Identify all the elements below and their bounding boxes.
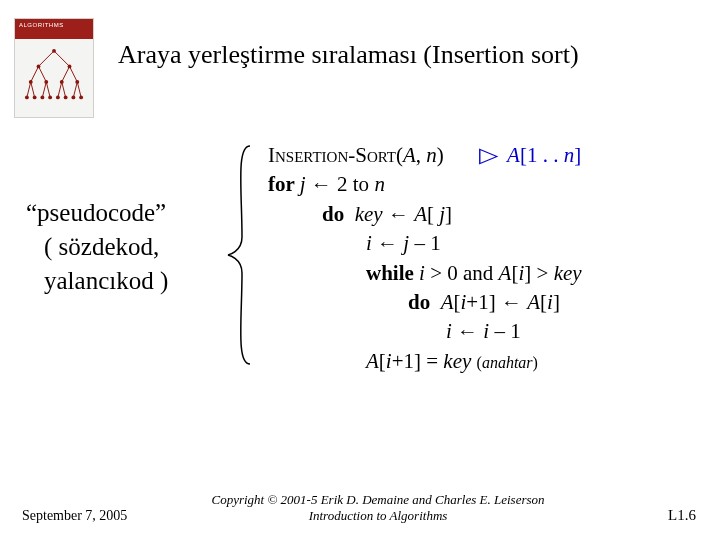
p1b: +1 [392,349,414,373]
cover-tree-icon [23,47,85,109]
annotation: ▷ A[1 . . n] [481,143,582,167]
br-o3: [ [540,290,547,314]
paren-open: ( [396,143,403,167]
arrow3: ← [372,231,404,255]
svg-line-3 [39,66,47,82]
svg-point-21 [25,95,29,99]
svg-line-11 [62,82,66,98]
br-c3: ] [553,290,560,314]
svg-line-6 [27,82,31,98]
arrow2: ← [383,202,415,226]
arg-n: n [426,143,437,167]
arrow: ← [306,172,338,196]
br-j-open: [ [427,202,439,226]
footer-copyright: Copyright © 2001-5 Erik D. Demaine and C… [208,492,548,525]
svg-point-15 [37,64,41,68]
algo-header: Insertion-Sort(A, n) ▷ A[1 . . n] [268,140,582,170]
br-o4: [ [379,349,386,373]
comma: , [416,143,427,167]
algorithm-block: Insertion-Sort(A, n) ▷ A[1 . . n] for j … [268,140,582,376]
svg-point-25 [56,95,60,99]
copy-line2: Introduction to Algorithms [208,508,548,524]
Aip1: A [441,290,454,314]
two-to: 2 to [337,172,374,196]
arrow4: ← [496,290,528,314]
var-n: n [374,172,385,196]
curly-brace-icon [222,142,258,368]
kw-for: for [268,172,300,196]
line-for: for j ← 2 to n [268,170,582,199]
svg-line-2 [31,66,39,82]
svg-line-13 [77,82,81,98]
svg-line-4 [62,66,70,82]
var-key: key [355,202,383,226]
label-line2: ( sözdekod, [26,230,226,264]
svg-point-22 [33,95,37,99]
paren-close: ) [437,143,444,167]
svg-point-26 [64,95,68,99]
arg-A: A [403,143,416,167]
label-line3: yalancıkod ) [26,264,226,298]
gt: > [531,261,553,285]
svg-line-12 [73,82,77,98]
algo-name: Insertion-Sort [268,143,396,167]
svg-line-8 [42,82,46,98]
line-i-dec: i ← i – 1 [446,317,582,346]
svg-point-18 [44,80,48,84]
Ai: A [499,261,512,285]
label-line1: “pseudocode” [26,196,226,230]
eq: = [421,349,443,373]
anahtar: (anahtar) [477,354,538,371]
line-assign-key: A[i+1] = key (anahtar) [366,347,582,376]
br-c2: ] [489,290,496,314]
svg-point-17 [29,80,33,84]
pseudocode-label: “pseudocode” ( sözdekod, yalancıkod ) [26,196,226,297]
svg-line-9 [46,82,50,98]
svg-point-27 [71,95,75,99]
copy-line1: Copyright © 2001-5 Erik D. Demaine and C… [208,492,548,508]
book-cover-thumbnail: ALGORITHMS [14,18,94,118]
Aj: A [414,202,427,226]
line-do-key: do key ← A[ j] [322,200,582,229]
annot-br: [1 . . [520,143,564,167]
annot-n: n [564,143,575,167]
Aip1b: A [366,349,379,373]
svg-point-19 [60,80,64,84]
svg-line-5 [70,66,78,82]
kw-do2: do [408,290,430,314]
svg-point-16 [68,64,72,68]
svg-line-10 [58,82,62,98]
svg-line-1 [54,51,70,67]
arrow5: ← [452,319,484,343]
line-do-shift: do A[i+1] ← A[i] [408,288,582,317]
kw-do: do [322,202,344,226]
Ai2: A [527,290,540,314]
key3: key [443,349,471,373]
minus1: – 1 [409,231,441,255]
svg-point-20 [75,80,79,84]
svg-line-7 [31,82,35,98]
annot-A: A [507,143,520,167]
key2: key [554,261,582,285]
kw-while: while [366,261,419,285]
minus1b: – 1 [489,319,521,343]
footer-date: September 7, 2005 [22,508,127,524]
br-c4: ] [414,349,421,373]
p1: +1 [466,290,488,314]
line-while: while i > 0 and A[i] > key [366,259,582,288]
br-o2: [ [454,290,461,314]
svg-point-28 [79,95,83,99]
line-i-assign: i ← j – 1 [366,229,582,258]
svg-point-14 [52,49,56,53]
footer-page: L1.6 [668,507,696,524]
triangle-icon: ▷ [479,140,498,169]
gt0: > 0 and [425,261,499,285]
svg-point-23 [40,95,44,99]
cover-label: ALGORITHMS [19,22,64,28]
svg-line-0 [39,51,55,67]
slide-title: Araya yerleştirme sıralaması (Insertion … [118,40,579,70]
svg-point-24 [48,95,52,99]
annot-close: ] [574,143,581,167]
br-j-close: ] [445,202,452,226]
